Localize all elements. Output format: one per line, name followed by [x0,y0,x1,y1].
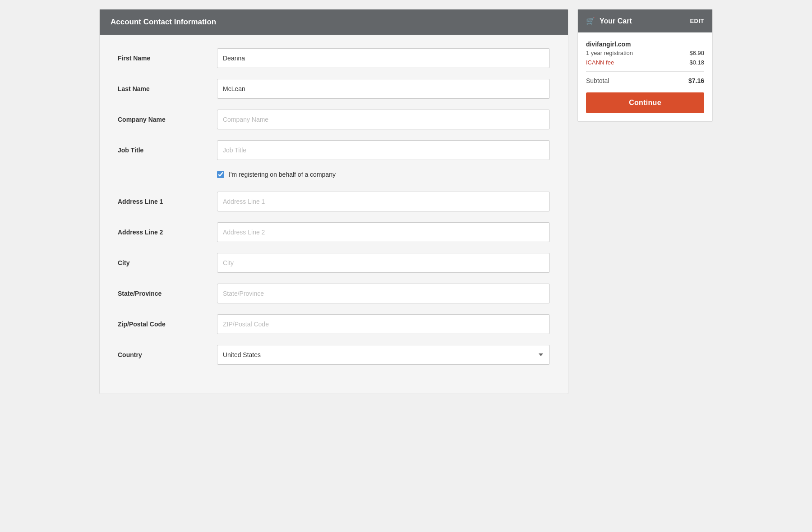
cart-header: 🛒 Your Cart EDIT [578,9,712,32]
cart-icann-label: ICANN fee [586,59,614,66]
first-name-input[interactable] [217,48,550,68]
company-name-row: Company Name [118,110,550,129]
last-name-input[interactable] [217,79,550,99]
cart-header-left: 🛒 Your Cart [586,17,632,25]
zip-label: Zip/Postal Code [118,321,217,328]
cart-divider [586,71,704,72]
cart-registration-label: 1 year registration [586,50,633,56]
form-body: First Name Last Name Company Name Job Ti… [100,35,568,394]
cart-edit-button[interactable]: EDIT [690,18,704,24]
cart-icann-price: $0.18 [689,59,704,66]
cart-body: divifangirl.com 1 year registration $6.9… [578,32,712,121]
cart-registration-price: $6.98 [689,50,704,56]
cart-domain: divifangirl.com [586,41,704,48]
state-row: State/Province [118,284,550,303]
company-checkbox[interactable] [217,171,224,178]
company-checkbox-label[interactable]: I'm registering on behalf of a company [229,171,336,178]
cart-icann-line: ICANN fee $0.18 [586,59,704,66]
address-line1-input[interactable] [217,192,550,211]
cart-title: Your Cart [600,17,632,25]
zip-input[interactable] [217,314,550,334]
country-label: Country [118,351,217,358]
first-name-row: First Name [118,48,550,68]
form-card: Account Contact Information First Name L… [99,9,568,394]
address-line2-label: Address Line 2 [118,229,217,236]
city-input[interactable] [217,253,550,273]
last-name-row: Last Name [118,79,550,99]
first-name-label: First Name [118,55,217,62]
job-title-input[interactable] [217,140,550,160]
job-title-label: Job Title [118,147,217,154]
cart-subtotal-label: Subtotal [586,77,609,84]
cart-subtotal: Subtotal $7.16 [586,77,704,84]
form-title: Account Contact Information [111,18,216,26]
state-label: State/Province [118,290,217,297]
address-line1-label: Address Line 1 [118,198,217,205]
cart-subtotal-price: $7.16 [688,77,704,84]
last-name-label: Last Name [118,85,217,92]
form-header: Account Contact Information [100,9,568,35]
city-label: City [118,259,217,266]
company-name-input[interactable] [217,110,550,129]
cart-sidebar: 🛒 Your Cart EDIT divifangirl.com 1 year … [577,9,713,122]
country-row: Country United States Canada United King… [118,345,550,365]
state-input[interactable] [217,284,550,303]
cart-registration-line: 1 year registration $6.98 [586,50,704,56]
company-name-label: Company Name [118,116,217,123]
zip-row: Zip/Postal Code [118,314,550,334]
city-row: City [118,253,550,273]
address-line2-row: Address Line 2 [118,222,550,242]
continue-button[interactable]: Continue [586,92,704,113]
address-line1-row: Address Line 1 [118,192,550,211]
country-select[interactable]: United States Canada United Kingdom Aust… [217,345,550,365]
address-line2-input[interactable] [217,222,550,242]
cart-icon: 🛒 [586,17,595,25]
company-checkbox-row: I'm registering on behalf of a company [217,171,550,178]
job-title-row: Job Title [118,140,550,160]
